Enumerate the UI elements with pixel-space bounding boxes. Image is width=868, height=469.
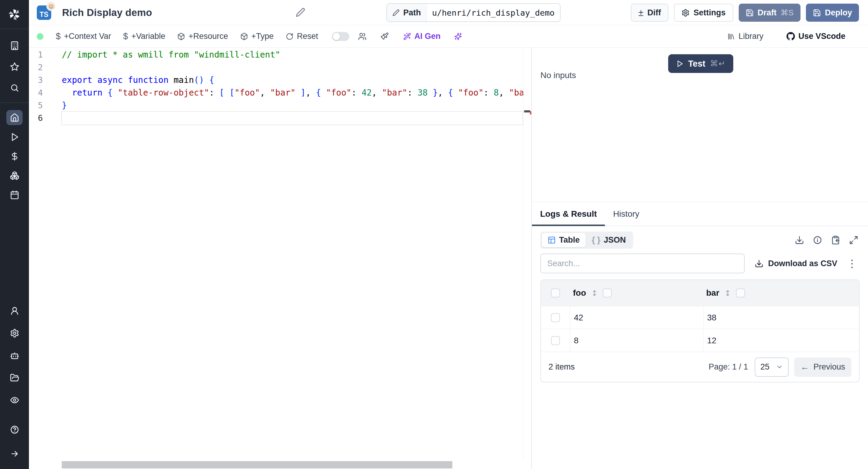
baby-emoji-badge: [46, 1, 56, 11]
library-button[interactable]: Library: [722, 28, 769, 45]
boxes-icon: [10, 171, 19, 180]
previous-page-button[interactable]: ← Previous: [794, 357, 851, 377]
ruler-cursor-mark: [524, 110, 530, 113]
github-icon: [786, 32, 795, 41]
test-panel: Test ⌘↵ No inputs Logs & ResultHistory T…: [532, 48, 868, 469]
sidebar-item-eye[interactable]: [6, 393, 23, 408]
dollar-icon: [10, 152, 19, 161]
code-text: return { "table-row-object": [ ["foo", "…: [62, 87, 522, 99]
code-line-6[interactable]: 6: [29, 112, 531, 124]
column-options-box[interactable]: [603, 288, 612, 298]
gear-icon: [681, 9, 689, 17]
ai-gen-button[interactable]: AI Gen: [398, 28, 446, 45]
sidebar-item-dollar[interactable]: [6, 149, 23, 164]
top-header: TS Rich Display demo Path u/henri/rich_d…: [29, 0, 868, 25]
line-number: 6: [29, 112, 50, 124]
row-select-cell: [541, 306, 570, 329]
sidebar-item-user[interactable]: [6, 303, 23, 318]
horizontal-scrollbar[interactable]: [62, 461, 453, 468]
search-input[interactable]: [540, 253, 745, 273]
sidebar-item-search[interactable]: [6, 80, 23, 95]
column-options-box[interactable]: [736, 288, 745, 298]
ai-sparkles-button[interactable]: [451, 28, 466, 45]
tab-history[interactable]: History: [605, 202, 647, 226]
sidebar-item-play[interactable]: [6, 129, 23, 145]
sort-icon[interactable]: [590, 289, 598, 297]
building-icon: [10, 41, 19, 50]
left-sidebar: [0, 0, 29, 469]
overview-ruler[interactable]: [523, 48, 531, 461]
expand-icon[interactable]: [849, 236, 858, 245]
sidebar-item-folder-open[interactable]: [6, 370, 23, 385]
toggle-knob: [333, 33, 340, 40]
line-number: 5: [29, 99, 50, 112]
path-widget[interactable]: Path u/henri/rich_display_demo: [386, 3, 561, 22]
code-line-5[interactable]: 5}: [29, 99, 531, 112]
sort-icon[interactable]: [724, 289, 732, 297]
typescript-badge-label: TS: [39, 10, 48, 19]
sidebar-item-calendar[interactable]: [6, 187, 23, 202]
tab-logs-result[interactable]: Logs & Result: [532, 202, 605, 226]
sidebar-item-star[interactable]: [6, 59, 23, 74]
path-value: u/henri/rich_display_demo: [427, 4, 560, 22]
code-line-4[interactable]: 4 return { "table-row-object": [ ["foo",…: [29, 87, 531, 99]
row-checkbox[interactable]: [551, 336, 560, 345]
view-pill-table[interactable]: Table: [542, 233, 586, 247]
use-vscode-button[interactable]: Use VScode: [781, 28, 850, 45]
test-button[interactable]: Test ⌘↵: [668, 54, 733, 73]
settings-icon: [10, 329, 19, 338]
draft-button[interactable]: Draft ⌘S: [739, 4, 801, 22]
eye-icon: [10, 396, 19, 405]
typescript-badge: TS: [37, 5, 51, 20]
arrow-left-icon: ←: [801, 363, 809, 371]
reset-button[interactable]: Reset: [281, 28, 323, 45]
arrow-right-icon: [10, 449, 19, 459]
add-context-var-label: +Context Var: [64, 32, 111, 41]
assistant-toggle[interactable]: [332, 32, 349, 41]
download-csv-button[interactable]: Download as CSV: [755, 259, 837, 268]
diff-button[interactable]: ± Diff: [631, 4, 669, 22]
deploy-button[interactable]: Deploy: [806, 4, 859, 22]
page-size-select[interactable]: 25: [755, 357, 789, 377]
add-type-button[interactable]: +Type: [235, 28, 279, 45]
code-line-2[interactable]: 2: [29, 61, 531, 74]
add-resource-button[interactable]: +Resource: [172, 28, 233, 45]
download-icon[interactable]: [795, 236, 804, 245]
kebab-menu[interactable]: ⋮: [847, 258, 857, 269]
download-icon: [755, 259, 764, 268]
view-pill-json[interactable]: { }JSON: [586, 233, 632, 247]
info-icon[interactable]: [813, 236, 822, 245]
reset-label: Reset: [297, 32, 318, 41]
result-section: Logs & ResultHistory Table{ }JSON Downlo…: [532, 201, 868, 469]
format-button[interactable]: [377, 28, 392, 45]
sidebar-item-arrow-right[interactable]: [6, 446, 23, 461]
row-checkbox[interactable]: [551, 313, 560, 322]
clipboard-copy-icon[interactable]: [831, 236, 840, 245]
result-view-row: Table{ }JSON: [540, 231, 860, 249]
column-label: bar: [706, 288, 719, 298]
multiplayer-button[interactable]: [355, 28, 370, 45]
table-cell: 8: [570, 329, 703, 352]
sidebar-item-boxes[interactable]: [6, 168, 23, 183]
code-line-1[interactable]: 1// import * as wmill from "windmill-cli…: [29, 49, 531, 61]
edit-summary-pencil-icon[interactable]: [296, 7, 305, 17]
code-line-3[interactable]: 3export async function main() {: [29, 74, 531, 87]
windmill-logo[interactable]: [0, 0, 29, 29]
sidebar-item-settings[interactable]: [6, 325, 23, 341]
paintbrush-icon: [380, 32, 389, 41]
sidebar-item-home[interactable]: [6, 110, 23, 125]
code-text: [62, 61, 522, 74]
header-left: TS Rich Display demo: [37, 0, 152, 25]
add-context-var-button[interactable]: $ +Context Var: [51, 28, 116, 45]
library-icon: [727, 33, 735, 40]
sidebar-item-help[interactable]: [6, 422, 23, 437]
sidebar-item-bot[interactable]: [6, 348, 23, 363]
settings-button[interactable]: Settings: [674, 4, 733, 22]
help-icon: [10, 425, 19, 434]
sidebar-item-building[interactable]: [6, 38, 23, 53]
main-area: 1// import * as wmill from "windmill-cli…: [29, 48, 868, 469]
code-editor[interactable]: 1// import * as wmill from "windmill-cli…: [29, 48, 531, 469]
add-variable-button[interactable]: $ +Variable: [118, 28, 170, 45]
select-all-checkbox[interactable]: [551, 288, 560, 298]
sidebar-footer-group: [6, 422, 23, 461]
